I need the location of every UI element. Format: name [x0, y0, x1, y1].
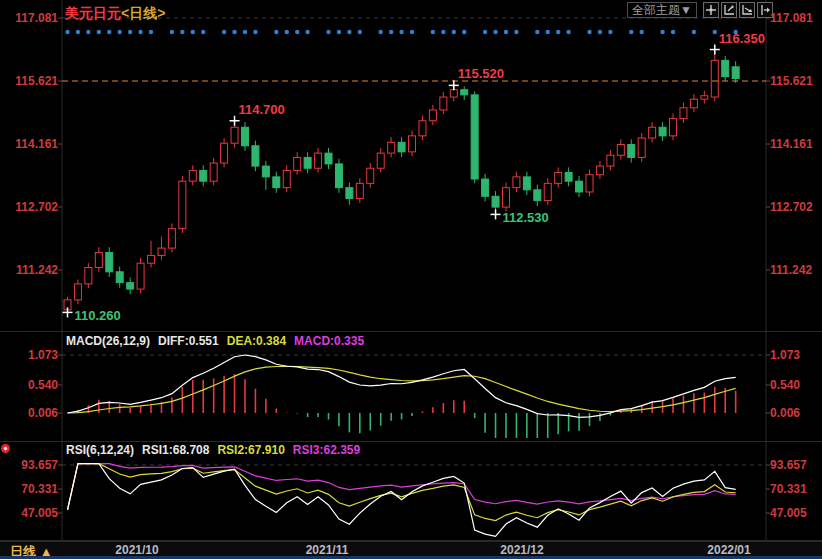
- rsi3-value: RSI3:62.359: [293, 443, 360, 457]
- theme-dropdown-label: 全部主题: [632, 3, 680, 17]
- price-label-2-left: 114.161: [6, 137, 58, 151]
- axis-zoom-right-button[interactable]: [739, 2, 755, 18]
- rsi-label-1-left: 70.331: [6, 482, 58, 496]
- price-label-4-right: 111.242: [770, 263, 812, 277]
- price-label-3-right: 112.702: [770, 200, 813, 214]
- price-annotation-114.700: 114.700: [239, 102, 285, 117]
- signal-dots: [65, 30, 738, 34]
- crosshair-move-icon: [705, 4, 717, 16]
- price-annotation-110.260: 110.260: [75, 308, 121, 323]
- trading-app-window: 美元日元<日线> 全部主题▼: [0, 0, 822, 559]
- date-label-jan: 2022/01: [707, 543, 750, 557]
- macd-label-0-left: 1.073: [6, 348, 58, 362]
- rsi-label-0-right: 93.657: [770, 458, 807, 472]
- candlesticks: [64, 50, 739, 313]
- rsi-header: RSI(6,12,24)RSI1:68.708RSI2:67.910RSI3:6…: [66, 443, 360, 457]
- rsi1-value: RSI1:68.708: [142, 443, 209, 457]
- date-label-dec: 2021/12: [500, 543, 543, 557]
- period-tag: <日线>: [121, 5, 165, 21]
- macd-lines: [68, 355, 736, 417]
- rsi2-value: RSI2:67.910: [217, 443, 284, 457]
- price-label-1-left: 115.621: [6, 74, 58, 88]
- axis-zoom-right-icon: [741, 4, 753, 16]
- gridlines: [62, 18, 766, 465]
- rsi-label-1-right: 70.331: [770, 482, 807, 496]
- macd-label-0-right: 1.073: [770, 348, 800, 362]
- macd-diff-value: DIFF:0.551: [158, 334, 219, 348]
- price-label-4-left: 111.242: [6, 263, 58, 277]
- macd-label-1-right: 0.540: [770, 378, 800, 392]
- macd-params-label: MACD(26,12,9): [66, 334, 150, 348]
- rsi-label-2-right: 47.005: [770, 506, 807, 520]
- theme-dropdown[interactable]: 全部主题▼: [627, 2, 697, 18]
- macd-label-1-left: 0.540: [6, 378, 58, 392]
- macd-label-2-right: 0.006: [770, 406, 800, 420]
- macd-label-2-left: 0.006: [6, 406, 58, 420]
- extreme-markers: [63, 45, 720, 318]
- price-annotation-116.350: 116.350: [719, 31, 765, 46]
- crosshair-move-button[interactable]: [703, 2, 719, 18]
- chart-title: 美元日元<日线>: [65, 5, 165, 23]
- alert-icon: [1, 444, 10, 453]
- date-label-nov: 2021/11: [306, 543, 349, 557]
- rsi-params-label: RSI(6,12,24): [66, 443, 134, 457]
- chevron-down-icon: ▼: [680, 3, 692, 17]
- symbol-name: 美元日元: [65, 5, 121, 21]
- rsi-lines: [68, 464, 736, 537]
- price-label-2-right: 114.161: [770, 137, 813, 151]
- date-label-oct: 2021/10: [115, 543, 158, 557]
- axis-zoom-left-button[interactable]: [721, 2, 737, 18]
- price-label-0-left: 117.081: [6, 11, 58, 25]
- macd-header: MACD(26,12,9)DIFF:0.551DEA:0.384MACD:0.3…: [66, 334, 364, 348]
- axis-ticks: [58, 18, 770, 513]
- axis-zoom-left-icon: [723, 4, 735, 16]
- chart-canvas[interactable]: [0, 0, 822, 559]
- rsi-label-2-left: 47.005: [6, 506, 58, 520]
- macd-dea-value: DEA:0.384: [227, 334, 286, 348]
- rsi-label-0-left: 93.657: [6, 458, 58, 472]
- price-annotation-115.520: 115.520: [458, 66, 504, 81]
- price-annotation-112.530: 112.530: [503, 210, 549, 225]
- price-label-0-right: 117.081: [770, 11, 813, 25]
- price-label-1-right: 115.621: [770, 74, 813, 88]
- price-label-3-left: 112.702: [6, 200, 58, 214]
- macd-macd-value: MACD:0.335: [294, 334, 364, 348]
